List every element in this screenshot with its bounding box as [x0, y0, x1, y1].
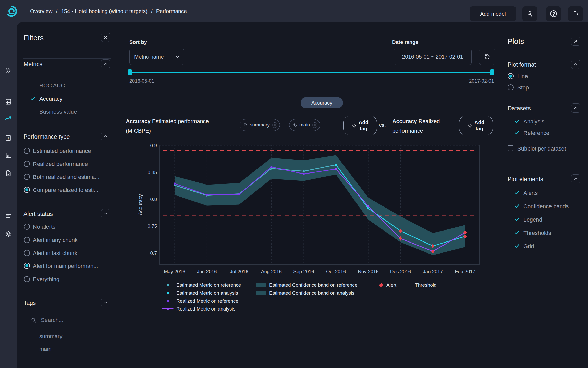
tag-chip-summary[interactable]: summary — [240, 119, 280, 131]
legend-label[interactable]: Threshold — [415, 282, 437, 288]
dataset-item-analysis[interactable]: Analysis — [523, 118, 544, 125]
section-divider — [508, 161, 582, 161]
metric-pill-accuracy[interactable]: Accuracy — [301, 97, 343, 108]
rail-concept-drift-button[interactable]: f — [0, 132, 17, 144]
metric-item-roc-auc[interactable]: ROC AUC — [39, 82, 65, 89]
tags-search-input[interactable]: Search... — [31, 317, 63, 324]
subplot-per-dataset-checkbox[interactable] — [508, 145, 513, 151]
svg-text:f: f — [8, 136, 9, 140]
radio-no-alerts[interactable] — [24, 224, 30, 230]
slider-handle-end[interactable] — [490, 69, 494, 75]
rail-settings-button[interactable] — [0, 228, 17, 240]
tag-item-main[interactable]: main — [39, 346, 52, 352]
plot-format-collapse-button[interactable] — [571, 60, 580, 69]
tags-collapse-button[interactable] — [101, 298, 110, 307]
check-icon — [514, 130, 520, 135]
performance-type-collapse-button[interactable] — [101, 132, 110, 141]
radio-label[interactable]: No alerts — [33, 224, 55, 230]
dataset-item-reference[interactable]: Reference — [523, 130, 549, 136]
date-range-reset-button[interactable] — [479, 49, 495, 65]
plot-element-legend[interactable]: Legend — [523, 216, 542, 223]
radio-label[interactable]: Both realized and estima... — [33, 174, 99, 180]
legend-item[interactable]: Estimated Metric on analysis — [162, 289, 241, 297]
check-icon — [514, 230, 520, 235]
legend-swatch-line — [162, 293, 174, 294]
legend-item[interactable]: Estimated Metric on reference — [162, 281, 241, 289]
plots-close-button[interactable] — [571, 37, 580, 46]
rail-logs-button[interactable] — [0, 210, 17, 222]
tag-item-summary[interactable]: summary — [39, 333, 62, 340]
radio-both-realized-estimated[interactable] — [24, 174, 30, 180]
plot-element-alerts[interactable]: Alerts — [523, 190, 538, 197]
nannyml-logo[interactable] — [6, 5, 17, 17]
help-icon — [550, 10, 557, 18]
date-range-value: 2016-05-01 ~ 2017-02-01 — [402, 54, 463, 60]
sort-by-dropdown[interactable]: Metric name — [129, 49, 184, 65]
breadcrumb-model[interactable]: 154 - Hotel booking (without targets) — [61, 8, 148, 14]
radio-realized-performance[interactable] — [24, 161, 30, 167]
radio-plot-format-step[interactable] — [508, 84, 514, 90]
remove-tag-button[interactable] — [312, 122, 317, 128]
slider-handle-start[interactable] — [128, 69, 132, 75]
radio-estimated-performance[interactable] — [24, 148, 30, 154]
radio-label[interactable]: Compare realized to esti... — [33, 187, 99, 193]
close-icon — [104, 35, 108, 39]
radio-label[interactable]: Alert in last chunk — [33, 250, 77, 257]
breadcrumb-separator: / — [151, 8, 153, 14]
tag-chip-label: summary — [250, 122, 270, 128]
metric-item-business-value[interactable]: Business value — [39, 109, 77, 115]
rail-performance-button[interactable] — [0, 112, 17, 124]
datasets-section-title: Datasets — [508, 105, 531, 112]
add-tag-button-right[interactable]: Add tag — [459, 116, 493, 135]
tag-chip-main[interactable]: main — [289, 119, 320, 131]
plot-element-thresholds[interactable]: Thresholds — [523, 230, 551, 236]
breadcrumb-overview[interactable]: Overview — [30, 8, 53, 14]
radio-label[interactable]: Estimated performance — [33, 148, 91, 154]
help-button[interactable] — [546, 6, 561, 21]
rail-data-table-button[interactable] — [0, 96, 17, 108]
legend-item[interactable]: Realized Metric on reference — [162, 297, 241, 305]
metric-item-accuracy[interactable]: Accuracy — [39, 96, 62, 102]
plots-title: Plots — [508, 37, 524, 46]
radio-label[interactable]: Alert in any chunk — [33, 237, 78, 244]
radio-label[interactable]: Realized performance — [33, 161, 88, 167]
plot-elements-collapse-button[interactable] — [571, 174, 580, 183]
radio-alert-last-chunk[interactable] — [24, 250, 30, 256]
svg-text:Jun 2016: Jun 2016 — [197, 269, 217, 274]
expand-sidebar-button[interactable] — [0, 64, 17, 77]
breadcrumb-performance[interactable]: Performance — [156, 8, 187, 14]
radio-everything[interactable] — [24, 276, 30, 282]
svg-text:0.7: 0.7 — [150, 250, 157, 256]
performance-chart[interactable]: 0.90.850.80.750.7May 2016Jun 2016Jul 201… — [135, 142, 486, 281]
radio-label[interactable]: Everything — [33, 276, 59, 283]
filters-close-button[interactable] — [101, 33, 110, 42]
plot-element-grid[interactable]: Grid — [523, 243, 534, 250]
double-chevron-right-icon — [5, 67, 12, 74]
alert-status-collapse-button[interactable] — [101, 209, 110, 218]
date-range-slider[interactable] — [129, 72, 494, 73]
rail-distribution-button[interactable] — [0, 149, 17, 162]
tags-section-title: Tags — [23, 300, 36, 306]
remove-tag-button[interactable] — [272, 122, 277, 128]
rail-reports-button[interactable] — [0, 167, 17, 179]
legend-item[interactable]: Realized Metric on analysis — [162, 305, 241, 313]
radio-label[interactable]: Alert for main performan... — [33, 263, 98, 269]
logout-button[interactable] — [568, 6, 583, 21]
add-tag-button-left[interactable]: Add tag — [343, 116, 377, 135]
legend-label[interactable]: Alert — [386, 282, 396, 288]
user-button[interactable] — [522, 6, 537, 21]
legend-item[interactable]: Estimated Confidence band on analysis — [256, 289, 357, 297]
radio-compare-realized-estimated[interactable] — [24, 187, 30, 193]
radio-label[interactable]: Step — [517, 84, 529, 91]
radio-label[interactable]: Line — [517, 73, 528, 80]
legend-item[interactable]: Estimated Confidence band on reference — [256, 281, 357, 289]
add-model-button[interactable]: Add model — [470, 6, 516, 21]
date-range-input[interactable]: 2016-05-01 ~ 2017-02-01 — [394, 49, 472, 65]
metrics-collapse-button[interactable] — [101, 59, 110, 68]
subplot-per-dataset-label[interactable]: Subplot per dataset — [517, 145, 566, 152]
datasets-collapse-button[interactable] — [571, 103, 580, 113]
radio-alert-any-chunk[interactable] — [24, 237, 30, 243]
radio-alert-main-performance[interactable] — [24, 263, 30, 269]
plot-element-confidence-bands[interactable]: Confidence bands — [523, 203, 569, 210]
radio-plot-format-line[interactable] — [508, 73, 514, 79]
